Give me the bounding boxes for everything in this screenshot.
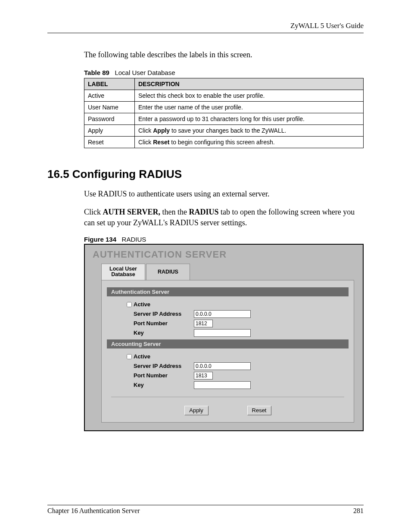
button-row: Apply Reset — [107, 406, 349, 415]
acct-active-row: Active — [124, 353, 349, 361]
figure-134-caption: Figure 134 RADIUS — [84, 236, 364, 243]
auth-active-checkbox[interactable] — [127, 302, 132, 307]
auth-key-label: Key — [134, 330, 194, 336]
tab-local-user-database[interactable]: Local User Database — [101, 264, 145, 280]
auth-active-row: Active — [124, 301, 349, 308]
table-cell-label: User Name — [84, 102, 135, 113]
auth-port-label: Port Number — [134, 320, 194, 327]
figure-134-title: RADIUS — [122, 236, 146, 243]
acct-key-row: Key — [124, 381, 349, 389]
table-89-caption: Table 89 Local User Database — [84, 69, 364, 76]
auth-port-input[interactable] — [194, 320, 213, 327]
table-row: Password Enter a password up to 31 chara… — [84, 113, 364, 125]
acct-server-group-header: Accounting Server — [107, 339, 349, 348]
auth-ip-label: Server IP Address — [134, 311, 194, 317]
acct-ip-row: Server IP Address — [124, 362, 349, 370]
acct-port-row: Port Number — [124, 372, 349, 380]
table-cell-label: Apply — [84, 125, 135, 137]
table-89-head-label: LABEL — [84, 78, 135, 90]
header-rule — [47, 33, 364, 33]
footer-page-number: 281 — [353, 507, 364, 515]
table-cell-desc: Select this check box to enable the user… — [135, 90, 364, 102]
acct-ip-label: Server IP Address — [134, 363, 194, 369]
tab-radius[interactable]: RADIUS — [146, 264, 190, 280]
table-cell-label: Reset — [84, 137, 135, 148]
section-heading: 16.5 Configuring RADIUS — [47, 168, 364, 181]
table-cell-label: Password — [84, 113, 135, 125]
radius-screenshot: AUTHENTICATION SERVER Local User Databas… — [84, 244, 364, 431]
acct-active-label: Active — [134, 353, 194, 360]
figure-134-label: Figure 134 — [84, 236, 116, 243]
acct-ip-input[interactable] — [194, 362, 251, 370]
table-cell-desc: Click Reset to begin configuring this sc… — [135, 137, 364, 148]
acct-key-label: Key — [134, 382, 194, 388]
auth-key-row: Key — [124, 329, 349, 337]
apply-button[interactable]: Apply — [184, 406, 209, 415]
acct-port-label: Port Number — [134, 372, 194, 379]
table-row: Apply Click Apply to save your changes b… — [84, 125, 364, 137]
auth-server-group-header: Authentication Server — [107, 287, 349, 296]
acct-active-checkbox[interactable] — [127, 354, 132, 359]
intro-paragraph: The following table describes the labels… — [84, 50, 364, 59]
tab-bar: Local User Database RADIUS — [101, 264, 357, 280]
table-cell-desc: Enter a password up to 31 characters lon… — [135, 113, 364, 125]
panel-divider — [111, 397, 344, 397]
section-paragraph-2: Click AUTH SERVER, then the RADIUS tab t… — [84, 207, 364, 228]
screen-title: AUTHENTICATION SERVER — [93, 249, 357, 260]
table-89: LABEL DESCRIPTION Active Select this che… — [84, 78, 364, 148]
table-row: User Name Enter the user name of the use… — [84, 102, 364, 113]
auth-ip-input[interactable] — [194, 310, 251, 318]
table-row: Reset Click Reset to begin configuring t… — [84, 137, 364, 148]
footer-chapter: Chapter 16 Authentication Server — [47, 507, 140, 515]
table-89-label: Table 89 — [84, 69, 109, 76]
footer-rule — [47, 505, 364, 505]
reset-button[interactable]: Reset — [247, 406, 271, 415]
table-89-head-desc: DESCRIPTION — [135, 78, 364, 90]
auth-port-row: Port Number — [124, 320, 349, 327]
table-cell-desc: Enter the user name of the user profile. — [135, 102, 364, 113]
table-row: Active Select this check box to enable t… — [84, 90, 364, 102]
table-89-title: Local User Database — [115, 69, 175, 76]
section-paragraph-1: Use RADIUS to authenticate users using a… — [84, 189, 364, 199]
auth-key-input[interactable] — [194, 329, 251, 337]
table-cell-label: Active — [84, 90, 135, 102]
table-cell-desc: Click Apply to save your changes back to… — [135, 125, 364, 137]
page-footer: Chapter 16 Authentication Server 281 — [47, 505, 364, 515]
auth-active-label: Active — [134, 301, 194, 308]
acct-port-input[interactable] — [194, 372, 213, 380]
acct-key-input[interactable] — [194, 381, 251, 389]
header-guide-title: ZyWALL 5 User's Guide — [47, 22, 364, 30]
radius-panel: Authentication Server Active Server IP A… — [101, 280, 354, 423]
auth-ip-row: Server IP Address — [124, 310, 349, 318]
